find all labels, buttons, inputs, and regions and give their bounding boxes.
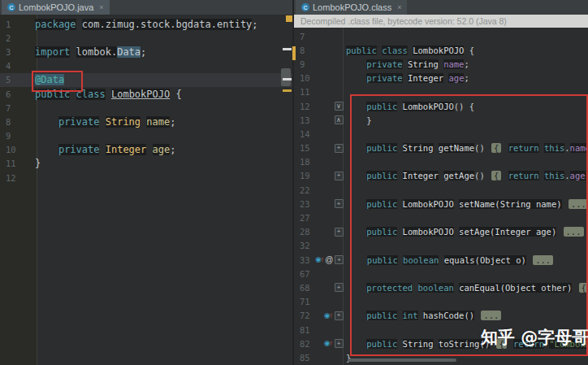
fold-marker-icon[interactable]: + (335, 339, 344, 348)
code-token: } (346, 115, 372, 125)
code-line[interactable]: 19+ public Integer getAge() { return thi… (294, 169, 588, 183)
code-line[interactable]: 68+ protected boolean canEqual(Object ot… (294, 280, 588, 294)
code-token: class (76, 89, 106, 100)
code-line[interactable]: 23+ public LombokPOJO setName(String nam… (294, 197, 588, 211)
code-token: age (448, 73, 464, 83)
code-line[interactable]: 10 private Integer age; (0, 143, 292, 157)
code-line[interactable]: 27 (294, 211, 588, 224)
left-tab-bar: C LombokPOJO.java × (0, 0, 292, 15)
override-method-icon[interactable]: ◉↑ (315, 256, 324, 263)
code-token: Integer (408, 73, 443, 83)
code-token: return (508, 171, 539, 180)
code-line[interactable]: 67 (294, 267, 588, 280)
fold-gutter: + (333, 337, 344, 350)
code-token: String (403, 339, 434, 349)
code-line[interactable]: 5@Data (0, 73, 292, 87)
gutter-icon-zone (315, 267, 333, 280)
code-line[interactable]: 9 (0, 129, 292, 143)
folded-code-placeholder[interactable]: ... (481, 311, 501, 320)
code-token: ; (586, 171, 588, 180)
close-icon[interactable]: × (99, 3, 103, 11)
code-line[interactable]: 6public class LombokPOJO { (0, 87, 292, 101)
override-method-icon[interactable]: ◉↑ (324, 312, 333, 319)
fold-marker-icon[interactable]: + (335, 255, 344, 264)
close-icon[interactable]: × (397, 3, 401, 11)
folded-code-placeholder[interactable]: ... (564, 227, 584, 237)
line-number: 23 (294, 199, 315, 209)
tab-lombokpojo-java[interactable]: C LombokPOJO.java × (2, 0, 110, 15)
code-line[interactable]: 32 (294, 239, 588, 253)
folded-code-placeholder[interactable]: ... (533, 255, 553, 265)
java-class-icon: C (7, 3, 15, 11)
fold-marker-icon[interactable]: + (335, 144, 344, 153)
code-line[interactable]: 8public class LombokPOJO { (294, 43, 588, 57)
fold-marker-icon[interactable]: + (335, 283, 344, 292)
fold-gutter (333, 57, 344, 71)
code-line[interactable]: 7 (0, 101, 292, 115)
gutter-icon-zone (315, 155, 333, 169)
code-token: LombokPOJO (111, 89, 170, 100)
code-token (413, 283, 417, 293)
code-token: String (408, 59, 439, 69)
vertical-scrollbar-thumb[interactable] (281, 68, 291, 86)
code-token (397, 143, 402, 153)
code-line[interactable]: 12 (0, 171, 292, 185)
editor-pane-java-source[interactable]: 1package com.zimug.stock.bgdata.entity;2… (0, 15, 292, 365)
code-token (562, 199, 567, 209)
code-token: int (403, 311, 418, 320)
code-token: public (366, 199, 397, 209)
code-line[interactable]: 7 (294, 29, 588, 43)
code-line[interactable]: 3import lombok.Data; (0, 45, 292, 59)
code-text: private Integer age; (344, 73, 469, 83)
code-line[interactable]: 85} (294, 350, 588, 364)
fold-gutter (333, 72, 344, 85)
code-line[interactable]: 28+ public LombokPOJO setAge(Integer age… (294, 225, 588, 239)
folded-code-placeholder[interactable]: { (491, 171, 501, 180)
code-text: public Integer getAge() { return this.ag… (344, 171, 588, 180)
fold-marker-icon[interactable]: ∨ (335, 102, 344, 111)
code-token: public (366, 143, 397, 153)
code-token: protected (366, 283, 413, 293)
code-line[interactable]: 10 private Integer age; (294, 72, 588, 85)
folded-code-placeholder[interactable]: { (491, 143, 501, 153)
code-line[interactable]: 8 private String name; (0, 115, 292, 128)
code-line[interactable]: 15+ public String getName() { return thi… (294, 141, 588, 155)
override-method-icon[interactable]: ◉↑ (324, 340, 333, 347)
code-token (346, 227, 366, 237)
code-line[interactable]: 2 (0, 31, 292, 45)
tab-lombokpojo-class[interactable]: C LombokPOJO.class × (296, 0, 407, 15)
folded-code-placeholder[interactable]: ... (569, 199, 588, 209)
code-line[interactable]: 4 (0, 59, 292, 73)
code-text: import lombok.Data; (31, 46, 146, 58)
code-token (434, 339, 439, 349)
fold-marker-icon[interactable]: + (335, 199, 344, 208)
code-text: public LombokPOJO setName(String name) .… (344, 199, 588, 209)
code-line[interactable]: 9 private String name; (294, 57, 588, 71)
code-line[interactable]: 13∧ } (294, 113, 588, 127)
code-line[interactable]: 11 (294, 85, 588, 99)
code-line[interactable]: 22 (294, 183, 588, 197)
code-line[interactable]: 71 (294, 295, 588, 309)
code-line[interactable]: 14 (294, 127, 588, 141)
folded-code-placeholder[interactable]: { retur (579, 283, 588, 293)
code-line[interactable]: 11} (0, 157, 292, 171)
fold-marker-icon[interactable]: + (335, 311, 344, 320)
code-line[interactable]: 1package com.zimug.stock.bgdata.entity; (0, 17, 292, 31)
code-line[interactable]: 33◉↑@+ public boolean equals(Object o) .… (294, 253, 588, 267)
code-line[interactable]: 12∨ public LombokPOJO() { (294, 99, 588, 113)
code-line[interactable]: 18 (294, 155, 588, 169)
code-text: public boolean equals(Object o) ... (345, 255, 556, 265)
editor-pane-decompiled-class[interactable]: 78public class LombokPOJO {9 private Str… (294, 15, 588, 365)
code-token (70, 46, 76, 58)
code-token: age (153, 144, 171, 155)
gutter-icon-zone: ◉↑ (315, 309, 333, 323)
fold-marker-icon[interactable]: + (335, 172, 344, 180)
code-line[interactable]: 72◉↑+ public int hashCode() ... (294, 309, 588, 323)
watermark: 知乎 @字母哥 (481, 326, 588, 349)
line-number: 8 (294, 46, 315, 55)
horizontal-scrollbar-thumb[interactable] (348, 358, 456, 362)
warning-bar (292, 46, 296, 60)
code-token: boolean (403, 255, 439, 265)
fold-marker-icon[interactable]: + (335, 228, 344, 237)
fold-marker-icon[interactable]: ∧ (335, 115, 344, 124)
